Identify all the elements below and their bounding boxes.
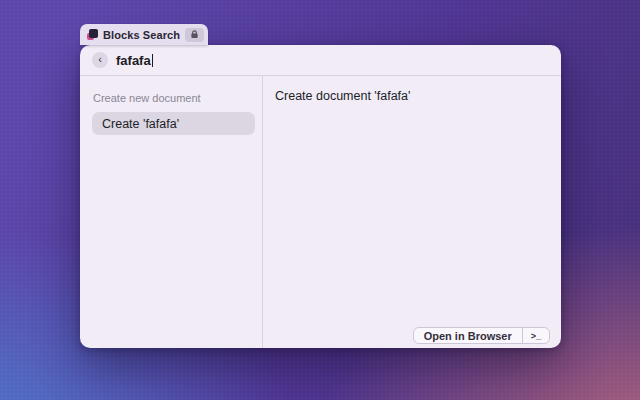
terminal-prompt-button[interactable]: >_	[523, 328, 549, 343]
detail-title: Create document 'fafafa'	[275, 89, 549, 103]
back-button[interactable]: ‹	[92, 52, 108, 68]
lock-badge	[185, 28, 204, 42]
open-in-browser-label: Open in Browser	[424, 330, 512, 342]
search-bar: ‹ fafafa	[80, 45, 561, 76]
launcher-pill-label: Blocks Search	[103, 29, 180, 41]
launcher-pill[interactable]: Blocks Search	[80, 24, 208, 45]
blocks-app-icon	[87, 29, 98, 40]
open-in-browser-button[interactable]: Open in Browser	[414, 328, 522, 343]
footer-actions: Open in Browser >_	[413, 327, 550, 344]
section-header: Create new document	[93, 92, 255, 104]
search-input-value: fafafa	[116, 53, 151, 68]
text-caret	[152, 54, 154, 67]
search-input[interactable]: fafafa	[116, 51, 153, 69]
list-item-label: Create 'fafafa'	[102, 117, 179, 131]
terminal-prompt-icon: >_	[531, 331, 541, 341]
results-panel: Create new document Create 'fafafa'	[80, 76, 263, 348]
window-content: Create new document Create 'fafafa' Crea…	[80, 76, 561, 348]
chevron-left-icon: ‹	[98, 54, 102, 65]
detail-panel: Create document 'fafafa' Open in Browser…	[263, 76, 561, 348]
blocks-search-window: ‹ fafafa Create new document Create 'faf…	[80, 45, 561, 348]
lock-icon	[190, 30, 199, 39]
list-item-create-document[interactable]: Create 'fafafa'	[92, 112, 255, 135]
